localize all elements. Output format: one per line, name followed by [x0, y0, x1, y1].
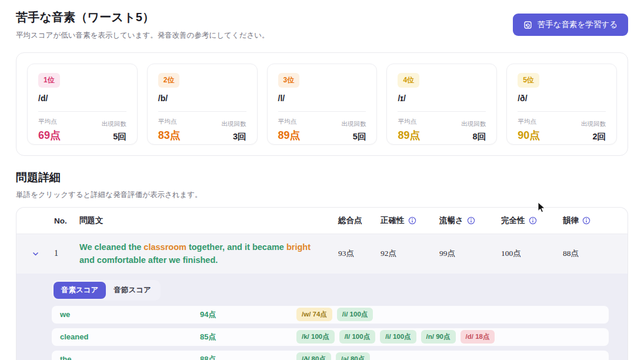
phoneme-label: /l/ [278, 94, 366, 103]
tab-syllable-score[interactable]: 音節スコア [106, 282, 158, 299]
average-score-block: 平均点 83点 [158, 118, 181, 142]
phoneme-label: /d/ [38, 94, 126, 103]
sentence-word[interactable]: classroom [144, 242, 186, 252]
average-score-block: 平均点 69点 [38, 118, 61, 142]
rank-card[interactable]: 3位 /l/ 平均点 89点 出現回数 5回 [267, 64, 378, 145]
average-score-label: 平均点 [518, 118, 540, 126]
word-label: we [60, 310, 200, 319]
phoneme-label: /b/ [158, 94, 246, 103]
header-text: 苦手な音素（ワースト5） 平均スコアが低い音素を表示しています。発音改善の参考に… [16, 9, 269, 41]
page-subtitle: 平均スコアが低い音素を表示しています。発音改善の参考にしてください。 [16, 31, 269, 41]
prosody-score: 88点 [563, 248, 628, 259]
sentence-word[interactable]: became [252, 242, 284, 252]
occurrence-value: 5回 [341, 131, 366, 142]
phoneme-badge-list: /ð/ 80点/ə/ 80点 [296, 352, 370, 360]
phoneme-score-badge[interactable]: /i/ 100点 [337, 308, 373, 321]
sentence-word[interactable]: finished. [183, 255, 218, 265]
word-score-row[interactable]: the 88点 /ð/ 80点/ə/ 80点 [52, 351, 609, 360]
info-icon[interactable] [582, 216, 590, 225]
question-table: No. 問題文 総合点 正確性 流暢さ 完全性 韻律 [16, 207, 628, 360]
rank-badge: 5位 [518, 73, 539, 88]
column-header-completeness: 完全性 [501, 215, 563, 226]
rank-card[interactable]: 2位 /b/ 平均点 83点 出現回数 3回 [147, 64, 258, 145]
sentence-word[interactable]: we [169, 255, 180, 265]
card-divider [158, 111, 246, 112]
chevron-down-icon [32, 250, 39, 258]
sentence-word[interactable]: comfortable [97, 255, 146, 265]
rank-card[interactable]: 1位 /d/ 平均点 69点 出現回数 5回 [27, 64, 138, 145]
tab-phoneme-score[interactable]: 音素スコア [54, 282, 106, 299]
rank-badge: 4位 [398, 73, 419, 88]
phoneme-score-badge[interactable]: /w/ 74点 [296, 308, 332, 321]
occurrence-value: 3回 [222, 131, 246, 142]
average-score-label: 平均点 [278, 118, 301, 126]
question-detail-title: 問題詳細 [16, 170, 628, 185]
card-divider [398, 111, 486, 112]
question-sentence: We cleaned the classroom together, and i… [79, 241, 338, 267]
phoneme-score-badge[interactable]: /ð/ 80点 [296, 352, 331, 360]
rank-card[interactable]: 5位 /ð/ 平均点 90点 出現回数 2回 [506, 64, 617, 145]
sentence-word[interactable]: the [129, 242, 142, 252]
occurrence-block: 出現回数 3回 [222, 120, 246, 142]
column-header-prosody: 韻律 [563, 215, 628, 226]
phoneme-score-badge[interactable]: /ə/ 80点 [336, 352, 370, 360]
sentence-word[interactable]: after [148, 255, 166, 265]
word-label: cleaned [60, 332, 200, 341]
info-icon[interactable] [408, 216, 416, 225]
sentence-word[interactable]: bright [286, 242, 311, 252]
word-score-row[interactable]: we 94点 /w/ 74点/i/ 100点 [52, 306, 609, 324]
rank-badge: 2位 [158, 73, 180, 88]
page-title: 苦手な音素（ワースト5） [16, 9, 269, 25]
average-score-value: 90点 [518, 128, 540, 142]
phoneme-badge-list: /w/ 74点/i/ 100点 [296, 308, 373, 321]
occurrence-block: 出現回数 8回 [461, 120, 486, 142]
occurrence-block: 出現回数 2回 [581, 120, 606, 142]
sentence-word[interactable]: and [227, 242, 242, 252]
expand-chevron-cell[interactable] [16, 250, 54, 258]
info-icon[interactable] [529, 216, 537, 225]
occurrence-label: 出現回数 [341, 120, 366, 128]
average-score-value: 83点 [158, 128, 181, 142]
word-score-value: 88点 [200, 354, 296, 360]
study-button-label: 苦手な音素を学習する [538, 19, 618, 30]
page-header: 苦手な音素（ワースト5） 平均スコアが低い音素を表示しています。発音改善の参考に… [0, 0, 644, 41]
average-score-value: 69点 [38, 128, 61, 142]
column-header-question: 問題文 [79, 215, 338, 226]
occurrence-label: 出現回数 [461, 120, 486, 128]
fluency-score: 99点 [439, 248, 501, 259]
phoneme-label: /ɪ/ [398, 94, 486, 103]
occurrence-value: 5回 [102, 131, 126, 142]
total-score: 93点 [338, 248, 381, 259]
card-stats: 平均点 90点 出現回数 2回 [518, 118, 606, 142]
accuracy-score: 92点 [381, 248, 439, 259]
word-label: the [60, 355, 200, 360]
study-weak-phonemes-button[interactable]: 苦手な音素を学習する [513, 14, 628, 36]
occurrence-label: 出現回数 [581, 120, 606, 128]
occurrence-label: 出現回数 [222, 120, 246, 128]
sentence-word[interactable]: it [245, 242, 250, 252]
phoneme-score-badge[interactable]: /k/ 100点 [296, 330, 335, 344]
phoneme-score-badge[interactable]: /n/ 90点 [421, 330, 456, 344]
word-score-value: 94点 [200, 309, 296, 320]
question-row-1[interactable]: 1 We cleaned the classroom together, and… [16, 234, 628, 274]
phoneme-score-badge[interactable]: /l/ 100点 [339, 330, 375, 344]
expanded-detail-panel: 音素スコア音節スコア we 94点 /w/ 74点/i/ 100点 cleane… [16, 274, 628, 360]
info-icon[interactable] [467, 216, 475, 225]
rank-card[interactable]: 4位 /ɪ/ 平均点 89点 出現回数 8回 [386, 64, 497, 145]
sentence-word[interactable]: cleaned [95, 242, 126, 252]
word-score-row[interactable]: cleaned 85点 /k/ 100点/l/ 100点/i/ 100点/n/ … [52, 328, 609, 346]
card-stats: 平均点 83点 出現回数 3回 [158, 118, 246, 142]
phoneme-score-badge[interactable]: /i/ 100点 [380, 330, 416, 344]
weak-phonemes-page: 苦手な音素（ワースト5） 平均スコアが低い音素を表示しています。発音改善の参考に… [0, 0, 644, 360]
word-score-list: we 94点 /w/ 74点/i/ 100点 cleaned 85点 /k/ 1… [52, 306, 609, 360]
sentence-word[interactable]: We [79, 242, 92, 252]
sentence-word[interactable]: together, [189, 242, 225, 252]
phoneme-score-badge[interactable]: /d/ 18点 [461, 330, 495, 344]
average-score-block: 平均点 90点 [518, 118, 540, 142]
average-score-label: 平均点 [398, 118, 420, 126]
average-score-value: 89点 [278, 128, 301, 142]
average-score-value: 89点 [398, 128, 420, 142]
rank-cards-panel: 1位 /d/ 平均点 69点 出現回数 5回 2位 /b/ 平均点 [16, 52, 628, 156]
sentence-word[interactable]: and [79, 255, 95, 265]
phoneme-label: /ð/ [518, 94, 606, 103]
